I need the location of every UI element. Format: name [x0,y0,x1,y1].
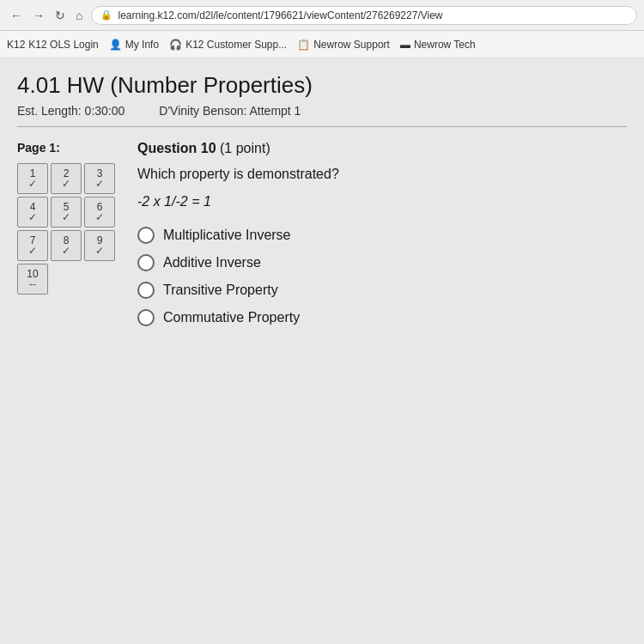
question-number: Question 10 [137,141,216,155]
question-nav-3[interactable]: 3 ✓ [84,163,115,194]
back-button[interactable]: ← [7,7,26,24]
answer-option-4[interactable]: Commutative Property [137,309,627,326]
question-nav-2[interactable]: 2 ✓ [51,163,82,194]
q-check-8: ✓ [62,246,70,256]
k12-customer-icon: 🎧 [169,39,182,51]
answer-option-1[interactable]: Multiplicative Inverse [137,227,627,244]
bookmark-my-info[interactable]: 👤 My Info [109,39,159,51]
newrow-support-icon: 📋 [297,39,310,51]
question-nav-9[interactable]: 9 ✓ [84,230,115,261]
bookmark-newrow-support[interactable]: 📋 Newrow Support [297,39,390,51]
est-length: Est. Length: 0:30:00 [17,104,125,118]
bookmark-k12-customer-supp[interactable]: 🎧 K12 Customer Supp... [169,39,287,51]
q-check-2: ✓ [62,179,70,189]
page-label: Page 1: [17,141,120,155]
bookmark-label-newrow-support: Newrow Support [313,39,390,51]
est-length-value: 0:30:00 [85,104,125,118]
assignment-meta: Est. Length: 0:30:00 D'Vinity Benson: At… [17,104,627,127]
browser-controls: ← → ↻ ⌂ [7,7,86,24]
answer-options: Multiplicative Inverse Additive Inverse … [137,227,627,326]
question-header: Question 10 (1 point) [137,141,627,156]
bookmark-label-newrow-tech: Newrow Tech [414,39,476,51]
radio-3[interactable] [137,282,155,299]
bookmark-label-my-info: My Info [125,39,159,51]
radio-1[interactable] [137,227,155,244]
lock-icon: 🔒 [100,9,112,21]
question-nav-10[interactable]: 10 -- [17,264,48,295]
page-navigation: Page 1: 1 ✓ 2 ✓ 3 ✓ 4 ✓ [17,141,120,326]
radio-2[interactable] [137,254,155,271]
q-check-6: ✓ [95,212,104,222]
student-info: D'Vinity Benson: Attempt 1 [159,104,301,118]
question-nav-4[interactable]: 4 ✓ [17,197,48,228]
bookmarks-bar: K12 K12 OLS Login 👤 My Info 🎧 K12 Custom… [0,31,644,58]
est-length-label: Est. Length: [17,104,82,118]
answer-label-3: Transitive Property [163,283,278,298]
question-grid: 1 ✓ 2 ✓ 3 ✓ 4 ✓ 5 ✓ [17,163,120,261]
home-button[interactable]: ⌂ [72,7,86,24]
q-check-4: ✓ [28,212,37,222]
question-nav-7[interactable]: 7 ✓ [17,230,48,261]
answer-label-2: Additive Inverse [163,255,261,270]
q-check-9: ✓ [95,246,104,256]
answer-option-3[interactable]: Transitive Property [137,282,627,299]
q-check-7: ✓ [28,246,37,256]
bookmark-k12-ols-login[interactable]: K12 K12 OLS Login [7,39,99,51]
answer-label-1: Multiplicative Inverse [163,228,291,243]
question-nav-1[interactable]: 1 ✓ [17,163,48,194]
q-check-10: -- [29,279,36,289]
q-check-3: ✓ [95,179,104,189]
question-nav-8[interactable]: 8 ✓ [51,230,82,261]
question-area: Question 10 (1 point) Which property is … [137,141,627,326]
answer-label-4: Commutative Property [163,310,300,325]
assignment-title: 4.01 HW (Number Properties) [17,72,627,99]
question-points: (1 point) [220,141,270,155]
question-text: Which property is demonstrated? [137,167,627,182]
question-nav-6[interactable]: 6 ✓ [84,197,115,228]
browser-bar: ← → ↻ ⌂ 🔒 learning.k12.com/d2l/le/conten… [0,0,644,31]
content-area: Page 1: 1 ✓ 2 ✓ 3 ✓ 4 ✓ [17,141,627,326]
question-nav-5[interactable]: 5 ✓ [51,197,82,228]
k12-icon: K12 [7,39,25,51]
address-bar[interactable]: 🔒 learning.k12.com/d2l/le/content/179662… [91,6,637,25]
equation: -2 x 1/-2 = 1 [137,194,627,210]
q-check-5: ✓ [62,212,70,222]
my-info-icon: 👤 [109,39,122,51]
bookmark-label-k12-ols-login: K12 OLS Login [28,39,98,51]
bookmark-label-k12-customer-supp: K12 Customer Supp... [185,39,287,51]
page-content: 4.01 HW (Number Properties) Est. Length:… [0,58,644,644]
url-text: learning.k12.com/d2l/le/content/1796621/… [118,9,442,21]
newrow-tech-icon: ▬ [400,39,410,51]
refresh-button[interactable]: ↻ [52,7,69,24]
bookmark-newrow-tech[interactable]: ▬ Newrow Tech [400,39,476,51]
radio-4[interactable] [137,309,155,326]
forward-button[interactable]: → [29,7,48,24]
answer-option-2[interactable]: Additive Inverse [137,254,627,271]
q-check-1: ✓ [28,179,37,189]
